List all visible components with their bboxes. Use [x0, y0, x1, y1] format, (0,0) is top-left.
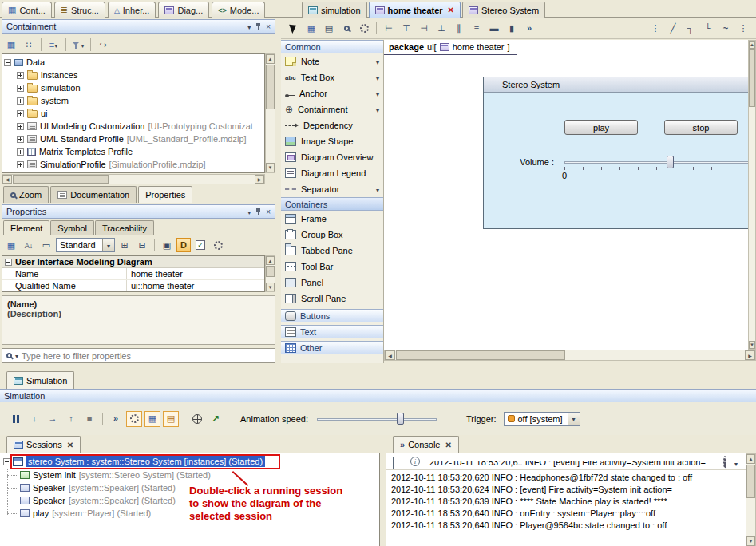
scroll-down-icon[interactable]: ▼ — [266, 283, 275, 291]
dropdown-arrow-icon[interactable] — [376, 89, 379, 98]
scroll-left-icon[interactable]: ◀ — [2, 175, 12, 184]
containment-vscrollbar[interactable]: ▲ ▼ — [265, 53, 275, 173]
pause-icon[interactable] — [8, 411, 24, 427]
scroll-down-icon[interactable]: ▼ — [746, 536, 755, 546]
distribute-horizontal-icon[interactable] — [451, 20, 467, 36]
console-log[interactable]: 2012-10-11 18:53:20,620 INFO : Headphone… — [391, 473, 743, 532]
trigger-select[interactable]: off [system] — [504, 412, 580, 426]
run-fast-icon[interactable] — [108, 411, 124, 427]
volume-slider-handle[interactable] — [667, 156, 674, 168]
align-right-icon[interactable] — [416, 20, 432, 36]
expand-icon[interactable] — [17, 148, 24, 156]
same-width-icon[interactable] — [486, 20, 502, 36]
dropdown-arrow-icon[interactable] — [376, 105, 379, 114]
play-button[interactable]: play — [564, 120, 638, 135]
scroll-right-icon[interactable]: ▶ — [745, 350, 755, 360]
chart-toggle-icon[interactable] — [163, 411, 179, 427]
palette-item-panel[interactable]: Panel — [281, 275, 383, 291]
expand-icon[interactable] — [17, 110, 24, 117]
session-row[interactable]: System init [system::Stereo System] (Sta… — [20, 470, 211, 480]
diagram-canvas[interactable]: package ui[ home theater ] Stereo System… — [384, 40, 748, 350]
tab-symbol[interactable]: Symbol — [50, 220, 94, 235]
property-row[interactable]: Qualified Name ui::home theater — [2, 280, 264, 292]
follow-selection-icon[interactable] — [95, 37, 111, 53]
tree-item[interactable]: instances — [4, 69, 264, 81]
palette-item-containment[interactable]: Containment — [281, 101, 383, 117]
zoom-tool-icon[interactable] — [338, 20, 354, 36]
path-options-icon[interactable] — [735, 20, 751, 36]
diagram-tab-simulation[interactable]: simulation — [302, 2, 367, 18]
palette-section-buttons[interactable]: Buttons — [281, 309, 383, 322]
scroll-left-icon[interactable]: ◀ — [385, 350, 395, 360]
categorized-view-icon[interactable] — [3, 237, 19, 253]
tree-item[interactable]: UI Modeling Customization[UI-Prototyping… — [4, 120, 264, 133]
property-value[interactable]: home theater — [127, 268, 264, 279]
property-value[interactable]: ui::home theater — [127, 280, 264, 291]
tab-zoom[interactable]: Zoom — [3, 186, 49, 203]
tree-item[interactable]: SimulationProfile[SimulationProfile.mdzi… — [4, 158, 264, 171]
palette-item-image-shape[interactable]: Image Shape — [281, 133, 383, 149]
stop-button[interactable]: stop — [664, 120, 738, 135]
palette-item-diagram-overview[interactable]: Diagram Overview — [281, 149, 383, 165]
tab-structure[interactable]: Struc... — [54, 2, 105, 18]
tab-containment[interactable]: Cont... — [2, 2, 52, 18]
dropdown-arrow-icon[interactable] — [376, 57, 379, 66]
step-over-icon[interactable] — [45, 411, 61, 427]
distribute-vertical-icon[interactable] — [469, 20, 485, 36]
palette-item-group-box[interactable]: Group Box — [281, 227, 383, 243]
console-vscrollbar[interactable]: ▲ ▼ — [746, 453, 756, 546]
diagram-options-icon[interactable] — [356, 20, 372, 36]
options-icon[interactable] — [21, 37, 37, 53]
dropdown-arrow-icon[interactable] — [568, 413, 580, 425]
selection-tool-icon[interactable] — [286, 20, 302, 36]
oblique-path-icon[interactable] — [665, 20, 681, 36]
info-icon[interactable]: i — [410, 457, 420, 466]
close-icon[interactable]: × — [266, 208, 271, 216]
palette-item-anchor[interactable]: Anchor — [281, 85, 383, 101]
grid-icon[interactable] — [303, 20, 319, 36]
scroll-up-icon[interactable]: ▲ — [749, 41, 755, 49]
properties-vscrollbar[interactable]: ▲ ▼ — [265, 255, 275, 292]
tab-traceability[interactable]: Traceability — [95, 220, 154, 235]
canvas-vscrollbar[interactable]: ▲ ▼ — [748, 40, 756, 350]
clear-console-icon[interactable] — [393, 458, 394, 468]
tab-simulation[interactable]: Simulation — [6, 371, 74, 389]
tab-console[interactable]: Console ✕ — [393, 436, 459, 453]
palette-section-other[interactable]: Other — [281, 341, 383, 354]
palette-section-text[interactable]: Text — [281, 325, 383, 338]
palette-item-text-box[interactable]: abcText Box — [281, 69, 383, 85]
slider-handle[interactable] — [397, 413, 404, 425]
filter-options-icon[interactable] — [15, 351, 18, 360]
panel-menu-icon[interactable] — [247, 208, 251, 216]
collapse-all-icon[interactable] — [134, 237, 150, 253]
console-settings-icon[interactable] — [723, 457, 726, 467]
scroll-up-icon[interactable]: ▲ — [266, 54, 275, 64]
expand-icon[interactable] — [17, 72, 24, 79]
close-tab-icon[interactable]: ✕ — [448, 6, 454, 14]
expand-icon[interactable] — [17, 85, 24, 92]
palette-item-scroll-pane[interactable]: Scroll Pane — [281, 291, 383, 307]
dropdown-arrow-icon[interactable] — [734, 459, 738, 468]
diagram-tab-stereo-system[interactable]: Stereo System — [462, 2, 545, 18]
palette-item-diagram-legend[interactable]: Diagram Legend — [281, 165, 383, 181]
expand-icon[interactable] — [17, 136, 24, 143]
session-row[interactable]: Speaker [system::Speaker] (Started) — [20, 483, 176, 493]
ui-toggle-icon[interactable] — [144, 411, 160, 427]
palette-section-containers[interactable]: Containers — [281, 197, 383, 211]
export-icon[interactable] — [208, 411, 224, 427]
checkbox-display-icon[interactable]: ✓ — [192, 237, 208, 253]
edit-form-icon[interactable] — [38, 237, 54, 253]
tab-element[interactable]: Element — [3, 220, 49, 235]
scroll-thumb[interactable] — [266, 65, 275, 109]
palette-item-tabbed-pane[interactable]: Tabbed Pane — [281, 243, 383, 259]
session-row[interactable]: play [system::Player] (Started) — [20, 508, 151, 518]
canvas-hscrollbar[interactable]: ◀ ▶ — [384, 350, 756, 361]
expand-icon[interactable] — [17, 123, 24, 130]
close-tab-icon[interactable]: ✕ — [445, 441, 451, 449]
panel-menu-icon[interactable] — [247, 22, 251, 31]
scroll-thumb[interactable] — [266, 266, 275, 277]
tree-item[interactable]: Matrix Templates Profile — [4, 145, 264, 158]
tree-item[interactable]: simulation — [4, 81, 264, 94]
property-row[interactable]: Name home theater — [2, 268, 264, 280]
scroll-down-icon[interactable]: ▼ — [266, 163, 275, 172]
